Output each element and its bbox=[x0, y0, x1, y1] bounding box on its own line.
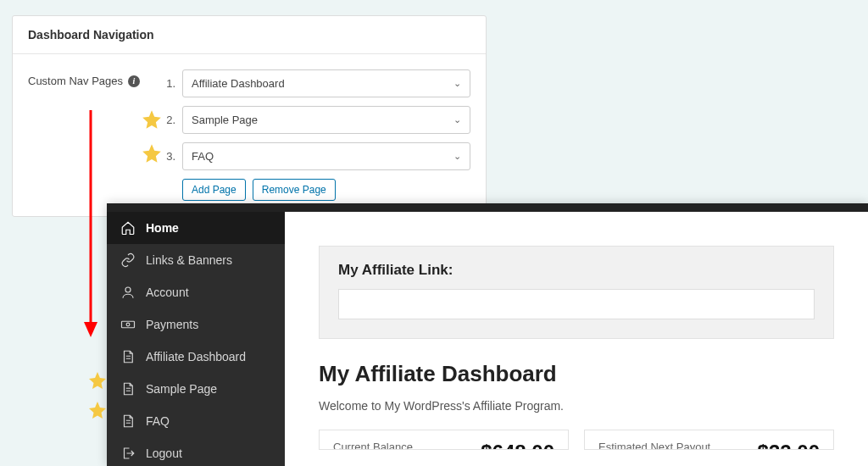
sidebar-item-label: Account bbox=[146, 286, 189, 299]
dashboard-topbar bbox=[107, 203, 868, 212]
star-icon bbox=[141, 108, 163, 130]
sidebar-item-faq[interactable]: FAQ bbox=[107, 405, 285, 437]
sidebar: Home Links & Banners Account Payments Af… bbox=[107, 212, 285, 466]
page-icon bbox=[120, 381, 136, 397]
chevron-down-icon: ⌄ bbox=[453, 114, 461, 125]
settings-title: Dashboard Navigation bbox=[13, 16, 486, 54]
star-icon bbox=[87, 370, 108, 391]
sidebar-item-account[interactable]: Account bbox=[107, 276, 285, 308]
sidebar-item-label: Affiliate Dashboard bbox=[146, 350, 246, 363]
sidebar-item-label: Logout bbox=[146, 447, 182, 460]
home-icon bbox=[120, 220, 136, 236]
affiliate-link-input[interactable] bbox=[338, 289, 815, 319]
sidebar-item-label: Home bbox=[146, 221, 179, 235]
chevron-down-icon: ⌄ bbox=[453, 151, 461, 162]
sidebar-item-home[interactable]: Home bbox=[107, 212, 285, 244]
nav-page-select-1[interactable]: Affiliate Dashboard ⌄ bbox=[182, 69, 470, 97]
star-icon bbox=[141, 142, 163, 164]
money-icon bbox=[120, 317, 136, 332]
dashboard-title: My Affiliate Dashboard bbox=[319, 361, 834, 387]
chevron-down-icon: ⌄ bbox=[453, 78, 461, 89]
svg-rect-3 bbox=[122, 321, 135, 328]
card-next-payout: Estimated Next Payout $32.00 bbox=[584, 430, 834, 450]
svg-marker-1 bbox=[84, 322, 97, 337]
page-icon bbox=[120, 413, 136, 429]
sidebar-item-logout[interactable]: Logout bbox=[107, 437, 285, 466]
sidebar-item-payments[interactable]: Payments bbox=[107, 308, 285, 341]
sidebar-item-affiliate-dashboard[interactable]: Affiliate Dashboard bbox=[107, 341, 285, 373]
nav-page-row-1: 1. Affiliate Dashboard ⌄ bbox=[164, 69, 470, 97]
content-area: My Affiliate Link: My Affiliate Dashboar… bbox=[285, 212, 868, 466]
star-icon bbox=[87, 400, 108, 420]
user-icon bbox=[120, 285, 136, 300]
link-icon bbox=[120, 252, 136, 268]
page-icon bbox=[120, 349, 136, 364]
card-current-balance: Current Balance $648.00 bbox=[319, 430, 569, 450]
welcome-text: Welcome to My WordPress's Affiliate Prog… bbox=[319, 399, 834, 413]
affiliate-link-title: My Affiliate Link: bbox=[338, 262, 815, 279]
sidebar-item-label: Links & Banners bbox=[146, 253, 232, 267]
nav-page-row-2: 2. Sample Page ⌄ bbox=[164, 106, 470, 134]
nav-page-row-3: 3. FAQ ⌄ bbox=[164, 142, 470, 170]
svg-point-4 bbox=[126, 323, 130, 326]
row-number: 1. bbox=[164, 77, 175, 90]
add-page-button[interactable]: Add Page bbox=[182, 179, 246, 201]
affiliate-link-box: My Affiliate Link: bbox=[319, 246, 834, 339]
settings-body: Custom Nav Pages i 1. Affiliate Dashboar… bbox=[13, 54, 486, 216]
sidebar-item-label: Sample Page bbox=[146, 382, 217, 396]
info-icon[interactable]: i bbox=[128, 75, 140, 87]
sidebar-item-sample-page[interactable]: Sample Page bbox=[107, 373, 285, 405]
sidebar-item-links[interactable]: Links & Banners bbox=[107, 244, 285, 276]
dashboard-panel: Home Links & Banners Account Payments Af… bbox=[107, 203, 868, 466]
custom-nav-label: Custom Nav Pages i bbox=[28, 69, 164, 87]
nav-page-select-2[interactable]: Sample Page ⌄ bbox=[182, 106, 470, 134]
sidebar-item-label: Payments bbox=[146, 318, 198, 331]
nav-page-select-3[interactable]: FAQ ⌄ bbox=[182, 142, 470, 170]
row-number: 2. bbox=[164, 114, 175, 126]
logout-icon bbox=[120, 446, 136, 461]
remove-page-button[interactable]: Remove Page bbox=[253, 179, 336, 201]
row-number: 3. bbox=[164, 150, 175, 163]
stat-cards: Current Balance $648.00 Estimated Next P… bbox=[319, 430, 834, 450]
svg-point-2 bbox=[125, 287, 131, 292]
sidebar-item-label: FAQ bbox=[146, 414, 170, 428]
settings-panel: Dashboard Navigation Custom Nav Pages i … bbox=[12, 15, 487, 217]
